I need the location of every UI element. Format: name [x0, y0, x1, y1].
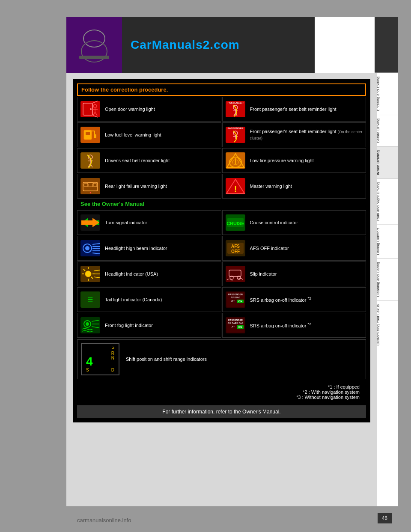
master-warning-icon: ! [224, 177, 247, 196]
low-tire-icon: ! ! [224, 151, 247, 170]
srs-airbag-3-label: SRS airbag on-off indicator *3 [250, 322, 312, 329]
footer-text: For further information, refer to the Ow… [162, 409, 280, 415]
sidebar-tab-rain: Rain and Night Driving [375, 178, 398, 224]
indicator-headlight-usa: Headlight indicator (USA) [77, 262, 221, 286]
sidebar-tab-cleaning: Cleaning and Caring [375, 258, 398, 300]
svg-rect-27 [94, 134, 96, 138]
turn-signal-icon [79, 213, 101, 232]
front-passenger-seatbelt2-label: Front passenger's seat belt reminder lig… [250, 128, 364, 141]
indicator-front-passenger-seatbelt2: PASSENGER Front passenger's seat belt re… [222, 122, 366, 147]
rear-light-label: Rear light failure warning light [105, 183, 167, 189]
indicator-driver-seatbelt: Driver's seat belt reminder light [77, 148, 221, 173]
svg-text:≡: ≡ [88, 294, 93, 305]
content-card: Follow the correction procedure. [73, 79, 370, 422]
sidebar-tab-comfort: Driving Comfort [375, 224, 398, 259]
cruise-control-label: Cruise control indicator [250, 220, 298, 226]
low-fuel-label: Low fuel level warning light [105, 132, 161, 138]
headlight-usa-icon [79, 265, 101, 283]
right-sidebar: Entering and Exiting Before Driving When… [375, 17, 398, 506]
open-door-icon [79, 100, 101, 119]
indicator-cruise-control: CRUISE Cruise control indicator [222, 210, 366, 235]
section2-grid: Turn signal indicator CRUISE Cruise cont… [77, 210, 366, 338]
slip-indicator-icon [224, 265, 247, 283]
shift-position-box: P R 4 N S D Shift position and shift ran… [77, 339, 366, 379]
indicator-srs-airbag-3: PASSENGER AIR BAG AIR BAG OFF ON SRS air… [222, 313, 366, 338]
logo-text: CarManuals2.com [122, 38, 240, 52]
main-content: Follow the correction procedure. [66, 73, 377, 506]
afs-off-label: AFS OFF indicator [250, 245, 289, 251]
svg-text:CRUISE: CRUISE [226, 221, 244, 226]
cruise-control-icon: CRUISE [224, 213, 247, 232]
fog-light-label: Front fog light indicator [105, 322, 153, 328]
footnotes-section: *1 : If equipped *2 : With navigation sy… [77, 381, 366, 403]
footer-bar: For further information, refer to the Ow… [77, 405, 366, 418]
sidebar-tab-customizing: Customizing Your Lexus [375, 300, 398, 349]
header-logo-area: CarManuals2.com [66, 17, 315, 73]
tail-light-icon: ≡ [79, 290, 101, 309]
svg-text:OFF: OFF [231, 249, 240, 254]
sidebar-tab-before: Before Driving [375, 115, 398, 146]
svg-text:OFF: OFF [231, 325, 235, 328]
footnote-2: *2 : With navigation system [83, 389, 360, 395]
indicator-headlight-high-beam: Headlight high beam indicator [77, 236, 221, 261]
svg-text:AIR BAG: AIR BAG [234, 322, 243, 324]
low-tire-label: Low tire pressure warning light [250, 158, 314, 163]
slip-label: Slip indicator [250, 271, 277, 277]
tail-light-label: Tail light indicator (Canada) [105, 297, 162, 303]
footnote-1: *1 : If equipped [83, 384, 360, 389]
page-number: 46 [378, 513, 392, 523]
indicator-srs-airbag-2: PASSENGER AIR BAG OFF ON SRS airbag on-o… [222, 287, 366, 312]
sidebar-tab-when: When Driving [375, 146, 398, 178]
srs-airbag-2-label: SRS airbag on-off indicator *2 [250, 296, 312, 303]
headlight-usa-label: Headlight indicator (USA) [105, 271, 158, 277]
indicator-tail-light: ≡ Tail light indicator (Canada) [77, 287, 221, 312]
indicator-turn-signal: Turn signal indicator [77, 210, 221, 235]
headlight-high-beam-icon [79, 239, 101, 258]
svg-point-72 [85, 271, 91, 277]
indicator-master-warning: ! Master warning light [222, 174, 366, 199]
indicator-rear-light: ● Rear light failure warning light [77, 174, 221, 199]
watermark: carmanualsonline.info [77, 517, 131, 523]
svg-text:ON: ON [238, 326, 242, 328]
svg-text:PASSENGER: PASSENGER [228, 293, 242, 296]
svg-text:!: ! [234, 184, 237, 193]
rear-light-icon: ● [79, 177, 101, 196]
turn-signal-label: Turn signal indicator [105, 220, 147, 226]
indicator-low-fuel: Low fuel level warning light [77, 122, 221, 147]
svg-text:AFS: AFS [231, 244, 240, 249]
driver-seatbelt-label: Driver's seat belt reminder light [105, 158, 170, 163]
svg-text:PASSENGER: PASSENGER [227, 127, 244, 130]
section1-header: Follow the correction procedure. [77, 83, 366, 96]
front-passenger-seatbelt2-icon: PASSENGER [224, 125, 247, 144]
svg-text:AIR BAG: AIR BAG [230, 296, 240, 299]
svg-point-8 [90, 108, 92, 110]
open-door-label: Open door warning light [105, 106, 155, 112]
srs-airbag-3-icon: PASSENGER AIR BAG AIR BAG OFF ON [224, 316, 247, 335]
svg-text:PASSENGER: PASSENGER [227, 101, 244, 104]
fog-light-icon [79, 316, 101, 335]
svg-rect-0 [71, 21, 118, 68]
logo-purple-box [66, 17, 122, 73]
low-fuel-icon [79, 125, 101, 144]
afs-off-icon: AFS OFF [224, 239, 247, 258]
section2-header: See the Owner's Manual [77, 199, 366, 209]
srs-airbag-2-icon: PASSENGER AIR BAG OFF ON [224, 290, 247, 309]
svg-rect-82 [226, 266, 245, 282]
svg-point-61 [85, 246, 89, 250]
headlight-high-beam-label: Headlight high beam indicator [105, 245, 167, 251]
indicator-low-tire: ! ! Low tire pressure warning light [222, 148, 366, 173]
driver-seatbelt-icon [79, 151, 101, 170]
svg-point-97 [86, 322, 89, 326]
indicator-slip: Slip indicator [222, 262, 366, 286]
footnote-3: *3 : Without navigation system [83, 395, 360, 400]
svg-text:OFF: OFF [231, 300, 235, 302]
indicator-front-passenger-seatbelt: PASSENGER Front passenger's seat belt re… [222, 97, 366, 122]
svg-text:●: ● [89, 191, 91, 194]
indicator-fog-light: Front fog light indicator [77, 313, 221, 338]
section1-grid: Open door warning light PASSENGER [77, 97, 366, 199]
indicator-open-door: Open door warning light [77, 97, 221, 122]
master-warning-label: Master warning light [250, 183, 292, 189]
shift-display: P R 4 N S D [81, 343, 119, 375]
svg-text:!: ! [234, 159, 236, 166]
indicator-afs-off: AFS OFF AFS OFF indicator [222, 236, 366, 261]
